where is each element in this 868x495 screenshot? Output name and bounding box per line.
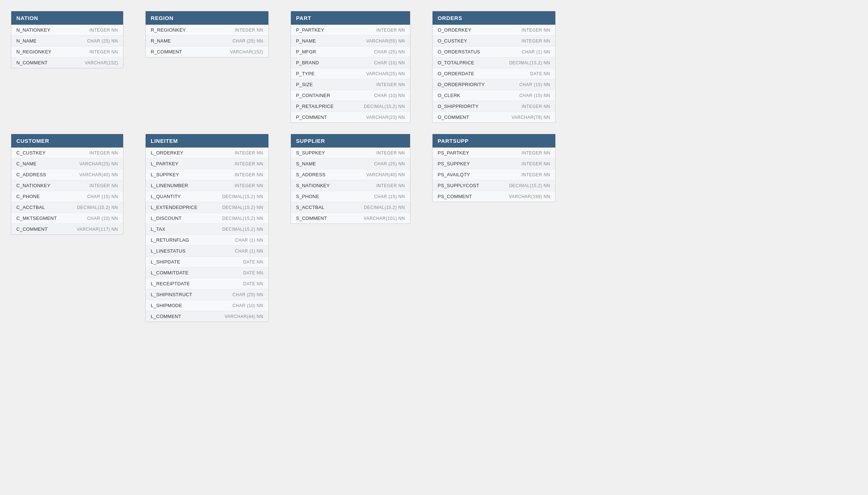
column-name: L_LINENUMBER bbox=[151, 183, 188, 188]
table-row: L_RETURNFLAGCHAR (1) NN bbox=[146, 235, 268, 246]
table-row: C_NAMEVARCHAR(25) NN bbox=[11, 158, 123, 169]
table-row: S_ACCTBALDECIMAL(15,2) NN bbox=[291, 202, 410, 213]
table-row: P_MFGRCHAR (25) NN bbox=[291, 47, 410, 57]
column-name: S_ADDRESS bbox=[296, 172, 325, 177]
column-type: DECIMAL(15,2) NN bbox=[222, 205, 263, 210]
column-type: INTEGER NN bbox=[235, 183, 263, 188]
table-header-part: PART bbox=[291, 11, 410, 25]
table-row: P_TYPEVARCHAR(25) NN bbox=[291, 68, 410, 79]
table-row: C_ADDRESSVARCHAR(40) NN bbox=[11, 169, 123, 180]
column-type: DECIMAL(15,2) NN bbox=[364, 104, 405, 109]
column-type: VARCHAR(25) NN bbox=[79, 161, 118, 166]
table-row: O_SHIPPRIORITYINTEGER NN bbox=[433, 101, 555, 112]
column-type: CHAR (15) NN bbox=[519, 93, 550, 98]
column-name: S_NATIONKEY bbox=[296, 183, 330, 188]
column-type: DECIMAL(15,2) NN bbox=[222, 227, 263, 232]
column-type: INTEGER NN bbox=[522, 150, 550, 156]
column-type: VARCHAR(55) NN bbox=[366, 39, 405, 44]
table-row: S_ADDRESSVARCHAR(40) NN bbox=[291, 169, 410, 180]
column-type: CHAR (25) NN bbox=[87, 39, 118, 44]
column-type: VARCHAR(44) NN bbox=[224, 314, 263, 319]
column-type: INTEGER NN bbox=[522, 104, 550, 109]
column-type: VARCHAR(40) NN bbox=[366, 172, 405, 177]
column-type: INTEGER NN bbox=[376, 150, 405, 156]
column-name: C_PHONE bbox=[16, 194, 40, 199]
table-row: O_CLERKCHAR (15) NN bbox=[433, 90, 555, 101]
column-name: O_CUSTKEY bbox=[438, 38, 467, 44]
table-row: L_SHIPMODECHAR (10) NN bbox=[146, 300, 268, 311]
er-diagram: NATIONN_NATIONKEYINTEGER NNN_NAMECHAR (2… bbox=[11, 11, 857, 322]
table-row: S_PHONECHAR (15) NN bbox=[291, 191, 410, 202]
column-name: O_ORDERKEY bbox=[438, 27, 471, 33]
table-row: R_REGIONKEYINTEGER NN bbox=[146, 25, 268, 36]
column-name: L_ORDERKEY bbox=[151, 150, 183, 156]
column-name: PS_AVAILQTY bbox=[438, 172, 470, 177]
column-type: INTEGER NN bbox=[89, 150, 118, 156]
column-type: CHAR (25) NN bbox=[232, 39, 263, 44]
table-part: PARTP_PARTKEYINTEGER NNP_NAMEVARCHAR(55)… bbox=[291, 11, 410, 123]
table-row: P_RETAILPRICEDECIMAL(15,2) NN bbox=[291, 101, 410, 112]
table-header-customer: CUSTOMER bbox=[11, 134, 123, 148]
table-row: C_ACCTBALDECIMAL(15,2) NN bbox=[11, 202, 123, 213]
column-type: VARCHAR(117) NN bbox=[77, 227, 118, 232]
column-type: VARCHAR(79) NN bbox=[511, 115, 550, 120]
column-name: L_EXTENDEDPRICE bbox=[151, 205, 198, 210]
table-row: O_ORDERDATEDATE NN bbox=[433, 68, 555, 79]
column-type: INTEGER NN bbox=[89, 28, 118, 33]
column-name: P_COMMENT bbox=[296, 114, 327, 120]
column-type: INTEGER NN bbox=[235, 161, 263, 166]
table-row: O_ORDERKEYINTEGER NN bbox=[433, 25, 555, 36]
table-header-orders: ORDERS bbox=[433, 11, 555, 25]
table-region: REGIONR_REGIONKEYINTEGER NNR_NAMECHAR (2… bbox=[145, 11, 269, 57]
table-row: C_CUSTKEYINTEGER NN bbox=[11, 148, 123, 158]
column-name: L_SHIPMODE bbox=[151, 303, 182, 308]
column-name: C_NAME bbox=[16, 161, 37, 166]
column-type: DATE NN bbox=[530, 71, 550, 76]
column-name: C_NATIONKEY bbox=[16, 183, 50, 188]
table-row: PS_SUPPLYCOSTDECIMAL(15,2) NN bbox=[433, 180, 555, 191]
column-type: VARCHAR(152) bbox=[85, 60, 118, 65]
column-name: O_COMMENT bbox=[438, 114, 469, 120]
column-name: PS_COMMENT bbox=[438, 194, 472, 199]
column-type: CHAR (15) NN bbox=[87, 194, 118, 199]
column-name: S_NAME bbox=[296, 161, 316, 166]
column-name: N_NAME bbox=[16, 38, 37, 44]
table-row: O_TOTALPRICEDECIMAL(15,2) NN bbox=[433, 57, 555, 68]
column-type: CHAR (15) NN bbox=[519, 82, 550, 87]
column-type: DECIMAL(15,2) NN bbox=[222, 194, 263, 199]
table-row: P_COMMENTVARCHAR(23) NN bbox=[291, 112, 410, 122]
column-type: CHAR (15) NN bbox=[374, 194, 405, 199]
column-name: P_MFGR bbox=[296, 49, 316, 55]
table-header-region: REGION bbox=[146, 11, 268, 25]
column-name: L_QUANTITY bbox=[151, 194, 181, 199]
table-row: L_DISCOUNTDECIMAL(15,2) NN bbox=[146, 213, 268, 224]
column-name: PS_PARTKEY bbox=[438, 150, 469, 156]
column-name: O_CLERK bbox=[438, 93, 461, 98]
column-type: CHAR (10) NN bbox=[87, 216, 118, 221]
column-name: PS_SUPPLYCOST bbox=[438, 183, 479, 188]
column-name: L_TAX bbox=[151, 226, 165, 232]
column-name: L_COMMITDATE bbox=[151, 270, 188, 275]
table-row: O_CUSTKEYINTEGER NN bbox=[433, 36, 555, 47]
table-row: S_COMMENTVARCHAR(101) NN bbox=[291, 213, 410, 224]
table-header-supplier: SUPPLIER bbox=[291, 134, 410, 148]
column-type: CHAR (25) NN bbox=[374, 49, 405, 55]
table-row: L_SHIPINSTRUCTCHAR (25) NN bbox=[146, 289, 268, 300]
column-name: L_RETURNFLAG bbox=[151, 237, 189, 243]
table-row: PS_SUPPKEYINTEGER NN bbox=[433, 158, 555, 169]
column-name: O_ORDERSTATUS bbox=[438, 49, 480, 55]
column-name: O_TOTALPRICE bbox=[438, 60, 474, 65]
column-name: P_BRAND bbox=[296, 60, 319, 65]
column-name: O_ORDERPRIORITY bbox=[438, 82, 485, 87]
column-type: DECIMAL(15,2) NN bbox=[364, 205, 405, 210]
column-name: C_MKTSEGMENT bbox=[16, 216, 57, 221]
column-name: R_NAME bbox=[151, 38, 171, 44]
column-type: DATE NN bbox=[243, 281, 263, 286]
table-row: S_SUPPKEYINTEGER NN bbox=[291, 148, 410, 158]
column-name: L_COMMENT bbox=[151, 314, 181, 319]
column-type: CHAR (10) NN bbox=[374, 93, 405, 98]
column-name: PS_SUPPKEY bbox=[438, 161, 470, 166]
column-type: INTEGER NN bbox=[376, 82, 405, 87]
column-name: S_PHONE bbox=[296, 194, 319, 199]
column-name: C_CUSTKEY bbox=[16, 150, 45, 156]
